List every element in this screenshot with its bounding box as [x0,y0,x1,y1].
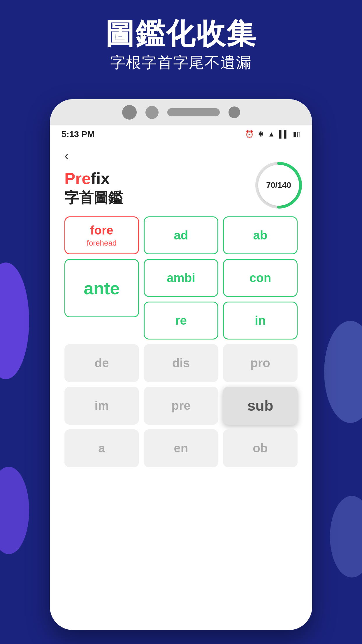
grid-row5: a en ob [64,429,298,467]
card-sub[interactable]: sub [223,387,298,425]
camera-left [122,105,137,120]
battery-icon: ▮▯ [293,130,301,138]
phone-screen: 5:13 PM ⏰ ✱ ▲ ▌▌ ▮▯ ‹ Prefix 字首圖鑑 [50,125,312,630]
decorative-blob-right [324,321,362,423]
card-fore-main: fore [90,223,113,237]
card-ob-main: ob [253,441,268,455]
card-ab-main: ab [253,228,267,242]
decorative-blob-right2 [330,496,362,578]
card-pre-main: pre [171,399,190,413]
app-content: ‹ Prefix 字首圖鑑 70/140 fore fore [50,143,312,478]
card-in[interactable]: in [223,302,298,340]
header-subtitle: 字根字首字尾不遺漏 [0,52,362,73]
decorative-blob-left2 [0,467,29,554]
alarm-icon: ⏰ [245,130,254,138]
phone-frame: 5:13 PM ⏰ ✱ ▲ ▌▌ ▮▯ ‹ Prefix 字首圖鑑 [50,99,312,630]
card-ad-main: ad [174,228,188,242]
speaker [167,108,220,116]
header-section: 圖鑑化收集 字根字首字尾不遺漏 [0,18,362,73]
header-title: 圖鑑化收集 [0,18,362,50]
camera-right [229,106,240,118]
decorative-blob-left [0,262,29,379]
card-de-main: de [94,356,109,370]
card-ante[interactable]: ante [64,259,139,317]
card-re[interactable]: re [144,302,218,340]
card-im-main: im [94,399,109,413]
card-en-main: en [174,441,188,455]
grid-row1: fore forehead ad ab [64,216,298,254]
card-ambi-main: ambi [167,271,195,285]
progress-label: 70/140 [258,165,299,206]
card-fore-sub: forehead [87,239,117,248]
progress-text: 70/140 [266,181,291,190]
card-sub-main: sub [247,397,273,414]
title-pre: Pre [64,169,91,188]
card-a[interactable]: a [64,429,139,467]
card-ab[interactable]: ab [223,216,298,254]
card-ante-main: ante [84,278,120,298]
card-ambi[interactable]: ambi [144,259,218,297]
grid-row4: im pre sub [64,387,298,425]
bluetooth-icon: ✱ [258,130,264,138]
card-pro[interactable]: pro [223,344,298,382]
status-time: 5:13 PM [61,129,94,139]
col-middle: ambi re [144,259,218,340]
status-bar: 5:13 PM ⏰ ✱ ▲ ▌▌ ▮▯ [50,125,312,143]
card-fore[interactable]: fore forehead [64,216,139,254]
phone-top-bar [50,99,312,125]
grid-row2: ante ambi re con in [64,259,298,340]
card-ob[interactable]: ob [223,429,298,467]
wifi-icon: ▲ [268,130,275,138]
grid-row3: de dis pro [64,344,298,382]
card-de[interactable]: de [64,344,139,382]
back-button[interactable]: ‹ [64,149,68,163]
status-icons: ⏰ ✱ ▲ ▌▌ ▮▯ [245,130,301,138]
signal-icon: ▌▌ [279,130,289,138]
title-fix: fix [91,169,110,188]
card-im[interactable]: im [64,387,139,425]
card-en[interactable]: en [144,429,218,467]
card-con-main: con [249,271,271,285]
card-con[interactable]: con [223,259,298,297]
camera-left2 [145,106,159,119]
card-ad[interactable]: ad [144,216,218,254]
col-right: con in [223,259,298,340]
card-dis[interactable]: dis [144,344,218,382]
card-pre[interactable]: pre [144,387,218,425]
card-re-main: re [175,314,187,328]
progress-circle-container: 70/140 [254,160,303,210]
card-pro-main: pro [250,356,270,370]
card-dis-main: dis [172,356,190,370]
card-a-main: a [98,441,105,455]
card-in-main: in [255,314,266,328]
